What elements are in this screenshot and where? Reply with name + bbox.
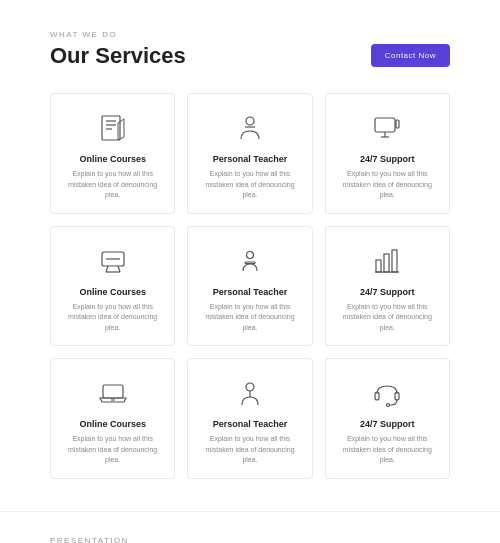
chart-icon	[369, 243, 405, 279]
page-wrapper: WHAT WE DO Our Services Contact Now Onli…	[0, 0, 500, 543]
presentation-label: PRESENTATION	[50, 536, 450, 543]
svg-point-13	[246, 251, 253, 258]
service-desc-9: Explain to you how all this mistaken ide…	[338, 434, 437, 466]
service-name-1: Online Courses	[63, 154, 162, 164]
services-grid-row1: Online Courses Explain to you how all th…	[50, 93, 450, 214]
service-desc-6: Explain to you how all this mistaken ide…	[338, 302, 437, 334]
presentation-section: PRESENTATION We Established a Fully Feat…	[0, 511, 500, 543]
services-section: WHAT WE DO Our Services Contact Now Onli…	[0, 0, 500, 511]
service-card-online-courses-3: Online Courses Explain to you how all th…	[50, 358, 175, 479]
svg-rect-15	[376, 260, 381, 272]
service-card-personal-teacher-3: Personal Teacher Explain to you how all …	[187, 358, 312, 479]
svg-rect-6	[375, 118, 395, 132]
service-desc-7: Explain to you how all this mistaken ide…	[63, 434, 162, 466]
svg-rect-9	[396, 120, 399, 128]
service-card-support-3: 24/7 Support Explain to you how all this…	[325, 358, 450, 479]
services-grid-row3: Online Courses Explain to you how all th…	[50, 358, 450, 479]
service-name-6: 24/7 Support	[338, 287, 437, 297]
online-icon	[95, 243, 131, 279]
service-card-support-2: 24/7 Support Explain to you how all this…	[325, 226, 450, 347]
service-card-personal-teacher-2: Personal Teacher Explain to you how all …	[187, 226, 312, 347]
service-name-5: Personal Teacher	[200, 287, 299, 297]
service-desc-3: Explain to you how all this mistaken ide…	[338, 169, 437, 201]
contact-button[interactable]: Contact Now	[371, 44, 450, 67]
book-icon	[95, 110, 131, 146]
svg-rect-19	[103, 385, 123, 398]
teacher2-icon	[232, 243, 268, 279]
service-desc-2: Explain to you how all this mistaken ide…	[200, 169, 299, 201]
svg-rect-14	[245, 262, 255, 264]
headset-icon	[369, 375, 405, 411]
service-name-9: 24/7 Support	[338, 419, 437, 429]
service-desc-5: Explain to you how all this mistaken ide…	[200, 302, 299, 334]
service-desc-4: Explain to you how all this mistaken ide…	[63, 302, 162, 334]
svg-rect-0	[102, 116, 120, 140]
service-name-3: 24/7 Support	[338, 154, 437, 164]
svg-point-4	[246, 117, 254, 125]
svg-rect-16	[384, 254, 389, 272]
service-name-2: Personal Teacher	[200, 154, 299, 164]
service-desc-1: Explain to you how all this mistaken ide…	[63, 169, 162, 201]
services-title: Our Services	[50, 43, 186, 69]
teacher-icon	[232, 110, 268, 146]
laptop-icon	[95, 375, 131, 411]
service-card-support-1: 24/7 Support Explain to you how all this…	[325, 93, 450, 214]
services-header: WHAT WE DO Our Services Contact Now	[50, 30, 450, 69]
person-icon	[232, 375, 268, 411]
svg-rect-17	[392, 250, 397, 272]
services-label: WHAT WE DO	[50, 30, 186, 39]
svg-point-25	[387, 404, 390, 407]
services-grid-row2: Online Courses Explain to you how all th…	[50, 226, 450, 347]
service-card-online-courses-2: Online Courses Explain to you how all th…	[50, 226, 175, 347]
service-name-7: Online Courses	[63, 419, 162, 429]
service-card-online-courses-1: Online Courses Explain to you how all th…	[50, 93, 175, 214]
service-desc-8: Explain to you how all this mistaken ide…	[200, 434, 299, 466]
service-card-personal-teacher-1: Personal Teacher Explain to you how all …	[187, 93, 312, 214]
service-name-4: Online Courses	[63, 287, 162, 297]
services-title-block: WHAT WE DO Our Services	[50, 30, 186, 69]
service-name-8: Personal Teacher	[200, 419, 299, 429]
svg-point-21	[246, 383, 254, 391]
support-icon	[369, 110, 405, 146]
